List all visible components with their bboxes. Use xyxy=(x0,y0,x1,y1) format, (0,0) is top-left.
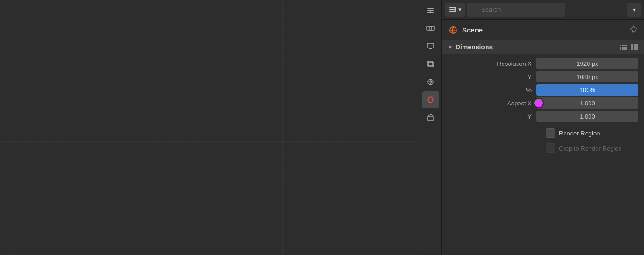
svg-rect-44 xyxy=(634,48,636,50)
svg-rect-36 xyxy=(622,48,627,50)
sidebar-icon-view-layer[interactable] xyxy=(422,56,439,72)
svg-rect-14 xyxy=(427,43,434,48)
aspect-y-value: 1.000 xyxy=(580,113,595,120)
svg-rect-33 xyxy=(620,48,621,50)
svg-rect-22 xyxy=(449,7,454,8)
svg-rect-40 xyxy=(631,46,633,48)
svg-point-27 xyxy=(454,10,456,12)
svg-rect-21 xyxy=(428,116,433,121)
crop-render-region-row: Crop to Render Region xyxy=(442,141,644,156)
dropdown-arrow-icon: ▾ xyxy=(633,7,636,13)
sidebar-icon-output[interactable] xyxy=(422,38,439,55)
svg-rect-45 xyxy=(636,48,638,50)
resolution-x-label: Resolution X xyxy=(442,60,536,67)
resolution-y-value: 1080 px xyxy=(576,73,598,80)
grid-view-icon xyxy=(631,43,638,51)
svg-rect-10 xyxy=(430,8,431,9)
sidebar-icon-tools[interactable] xyxy=(422,2,439,19)
dimensions-section: ▼ Dimensions xyxy=(442,40,644,156)
crop-render-label: Crop to Render Region xyxy=(559,145,622,152)
resolution-x-field[interactable]: 1920 px xyxy=(536,58,638,69)
svg-point-25 xyxy=(454,7,456,8)
aspect-y-field[interactable]: 1.000 xyxy=(536,111,638,122)
percent-row: % 100% xyxy=(442,83,644,96)
percent-label: % xyxy=(442,87,536,94)
aspect-x-label: Aspect X xyxy=(442,100,536,107)
aspect-x-field[interactable]: 1.000 xyxy=(536,97,638,109)
render-region-label: Render Region xyxy=(559,130,600,137)
svg-rect-32 xyxy=(620,47,621,48)
section-collapse-triangle: ▼ xyxy=(448,45,453,50)
svg-rect-24 xyxy=(449,11,454,12)
svg-rect-13 xyxy=(430,26,434,30)
section-title-dimensions: Dimensions xyxy=(456,43,617,51)
sidebar-icon-object[interactable] xyxy=(422,109,439,126)
pin-button[interactable] xyxy=(629,24,638,36)
aspect-x-row: Aspect X 1.000 xyxy=(442,96,644,110)
aspect-x-value: 1.000 xyxy=(580,100,595,107)
aspect-y-label: Y xyxy=(442,113,536,120)
svg-rect-41 xyxy=(634,46,636,48)
svg-rect-43 xyxy=(631,48,633,50)
svg-rect-23 xyxy=(449,9,454,10)
properties-grid: Resolution X 1920 px Y 1080 px % 100% xyxy=(442,54,644,126)
properties-panel: ▾ 🔍 ▾ Scene ▼ xyxy=(442,0,644,255)
properties-icon xyxy=(449,6,456,14)
viewport-grid xyxy=(0,0,419,255)
svg-rect-15 xyxy=(429,48,432,49)
viewport xyxy=(0,0,419,255)
svg-rect-31 xyxy=(620,45,621,46)
svg-rect-37 xyxy=(631,44,633,46)
percent-field[interactable]: 100% xyxy=(536,84,638,96)
top-bar-dropdown-button[interactable]: ▾ xyxy=(627,3,641,17)
search-wrapper: 🔍 xyxy=(467,3,625,17)
sidebar-icon-active-tool[interactable] xyxy=(422,20,439,37)
editor-type-dropdown-arrow: ▾ xyxy=(458,6,462,13)
render-region-checkbox[interactable] xyxy=(546,128,555,138)
list-view-icon xyxy=(620,43,627,51)
svg-point-26 xyxy=(454,8,456,10)
svg-rect-42 xyxy=(636,46,638,48)
svg-rect-39 xyxy=(636,44,638,46)
svg-rect-34 xyxy=(622,45,627,46)
crop-render-checkbox[interactable] xyxy=(546,143,555,153)
resolution-x-value: 1920 px xyxy=(576,60,598,67)
sidebar-icon-world[interactable] xyxy=(422,91,439,108)
percent-value: 100% xyxy=(580,87,595,94)
resolution-y-field[interactable]: 1080 px xyxy=(536,71,638,82)
svg-rect-11 xyxy=(430,11,431,13)
resolution-y-row: Y 1080 px xyxy=(442,70,644,83)
aspect-y-row: Y 1.000 xyxy=(442,110,644,123)
editor-type-button[interactable]: ▾ xyxy=(445,3,465,17)
magenta-dot xyxy=(534,98,544,108)
top-bar: ▾ 🔍 ▾ xyxy=(442,0,644,20)
svg-rect-12 xyxy=(427,26,432,30)
resolution-y-label: Y xyxy=(442,73,536,80)
svg-rect-8 xyxy=(427,10,434,11)
resolution-x-row: Resolution X 1920 px xyxy=(442,57,644,70)
svg-rect-35 xyxy=(622,47,627,48)
sidebar-icon-scene[interactable] xyxy=(422,73,439,90)
svg-rect-38 xyxy=(634,44,636,46)
section-header-dimensions[interactable]: ▼ Dimensions xyxy=(442,40,644,54)
sidebar-icons xyxy=(419,0,442,255)
search-input[interactable] xyxy=(467,3,565,17)
scene-icon xyxy=(448,25,458,35)
panel-title: Scene xyxy=(462,26,629,34)
render-region-row: Render Region xyxy=(442,126,644,141)
section-header-icons xyxy=(620,43,638,51)
panel-header: Scene xyxy=(442,20,644,40)
